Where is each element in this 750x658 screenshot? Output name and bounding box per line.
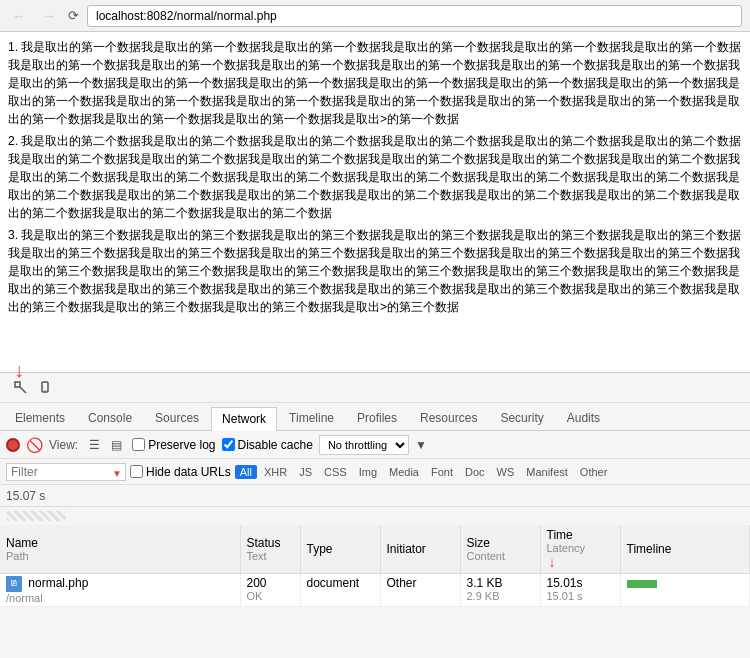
svg-rect-0 [15,382,20,387]
file-path: /normal [6,592,234,604]
content-item-1: 1. 我是取出的第一个数据我是取出的第一个数据我是取出的第一个数据我是取出的第一… [8,38,742,128]
load-time: 15.07 s [6,489,45,503]
tab-console[interactable]: Console [77,406,143,430]
type-img-button[interactable]: Img [354,465,382,479]
table-header-row: NamePath StatusText Type Initiator SizeC… [0,525,750,574]
waterfall-bar [0,507,750,525]
item-3-text: 3. 我是取出的第三个数据我是取出的第三个数据我是取出的第三个数据我是取出的第三… [8,228,741,314]
type-ws-button[interactable]: WS [492,465,520,479]
record-button[interactable] [6,438,20,452]
type-xhr-button[interactable]: XHR [259,465,292,479]
address-bar[interactable] [87,5,742,27]
preserve-log-label: Preserve log [132,438,215,452]
tab-audits[interactable]: Audits [556,406,611,430]
row-initiator: Other [380,574,460,607]
throttle-select[interactable]: No throttling [319,435,409,455]
th-timeline[interactable]: Timeline [620,525,750,574]
type-css-button[interactable]: CSS [319,465,352,479]
content-item-2: 2. 我是取出的第二个数据我是取出的第二个数据我是取出的第二个数据我是取出的第二… [8,132,742,222]
filter-input[interactable] [6,463,126,481]
row-name: 🖹 normal.php /normal [0,574,240,607]
content-item-3: 3. 我是取出的第三个数据我是取出的第三个数据我是取出的第三个数据我是取出的第三… [8,226,742,316]
item-1-text: 1. 我是取出的第一个数据我是取出的第一个数据我是取出的第一个数据我是取出的第一… [8,40,741,126]
devtools-panel: ↓ Elements Console Sources Network Timel… [0,372,750,658]
file-name: normal.php [28,576,88,590]
th-time[interactable]: TimeLatency ↓ [540,525,620,574]
item-2-text: 2. 我是取出的第二个数据我是取出的第二个数据我是取出的第二个数据我是取出的第二… [8,134,741,220]
type-all-button[interactable]: All [235,465,257,479]
tab-elements[interactable]: Elements [4,406,76,430]
page-content: 1. 我是取出的第一个数据我是取出的第一个数据我是取出的第一个数据我是取出的第一… [0,32,750,372]
file-icon: 🖹 [6,576,22,592]
th-name[interactable]: NamePath [0,525,240,574]
type-js-button[interactable]: JS [294,465,317,479]
type-manifest-button[interactable]: Manifest [521,465,573,479]
waterfall-pattern [6,511,66,521]
network-toolbar: 🚫 View: ☰ ▤ Preserve log Disable cache N… [0,431,750,459]
back-button[interactable]: ← [8,6,30,26]
view-label: View: [49,438,78,452]
svg-line-1 [20,387,26,393]
detail-view-button[interactable]: ▤ [106,435,126,455]
list-view-button[interactable]: ☰ [84,435,104,455]
view-icons: ☰ ▤ [84,435,126,455]
disable-cache-checkbox[interactable] [222,438,235,451]
th-initiator[interactable]: Initiator [380,525,460,574]
network-table-wrapper: NamePath StatusText Type Initiator SizeC… [0,525,750,607]
tab-timeline[interactable]: Timeline [278,406,345,430]
row-type: document [300,574,380,607]
clear-button[interactable]: 🚫 [26,437,43,453]
mobile-view-button[interactable] [36,377,58,399]
th-status[interactable]: StatusText [240,525,300,574]
tab-resources[interactable]: Resources [409,406,488,430]
filter-input-wrap: ▼ [6,463,126,481]
th-size[interactable]: SizeContent [460,525,540,574]
row-timeline [620,574,750,607]
devtools-tabs: Elements Console Sources Network Timelin… [0,403,750,431]
type-media-button[interactable]: Media [384,465,424,479]
devtools-icon-bar: ↓ [0,373,750,403]
time-red-arrow-icon: ↓ [549,554,556,570]
tab-profiles[interactable]: Profiles [346,406,408,430]
browser-chrome: ← → ⟳ [0,0,750,32]
stats-row: 15.07 s [0,485,750,507]
svg-point-3 [44,389,45,390]
row-time: 15.01s15.01 s [540,574,620,607]
filter-arrow-icon: ▼ [112,468,122,479]
row-size: 3.1 KB2.9 KB [460,574,540,607]
tab-sources[interactable]: Sources [144,406,210,430]
type-doc-button[interactable]: Doc [460,465,490,479]
type-filter-buttons: All XHR JS CSS Img Media Font Doc WS Man… [235,465,613,479]
table-row: 🖹 normal.php /normal 200OK document Othe… [0,574,750,607]
type-other-button[interactable]: Other [575,465,613,479]
network-table: NamePath StatusText Type Initiator SizeC… [0,525,750,607]
refresh-button[interactable]: ⟳ [68,8,79,23]
forward-button[interactable]: → [38,6,60,26]
hide-data-urls-label: Hide data URLs [130,465,231,479]
row-status: 200OK [240,574,300,607]
th-type[interactable]: Type [300,525,380,574]
preserve-log-checkbox[interactable] [132,438,145,451]
tab-network[interactable]: Network [211,407,277,431]
filter-bar: ▼ Hide data URLs All XHR JS CSS Img Medi… [0,459,750,485]
tab-security[interactable]: Security [489,406,554,430]
disable-cache-label: Disable cache [222,438,313,452]
throttle-arrow-icon: ▼ [415,438,427,452]
red-arrow-1: ↓ [14,360,24,380]
type-font-button[interactable]: Font [426,465,458,479]
hide-data-urls-checkbox[interactable] [130,465,143,478]
